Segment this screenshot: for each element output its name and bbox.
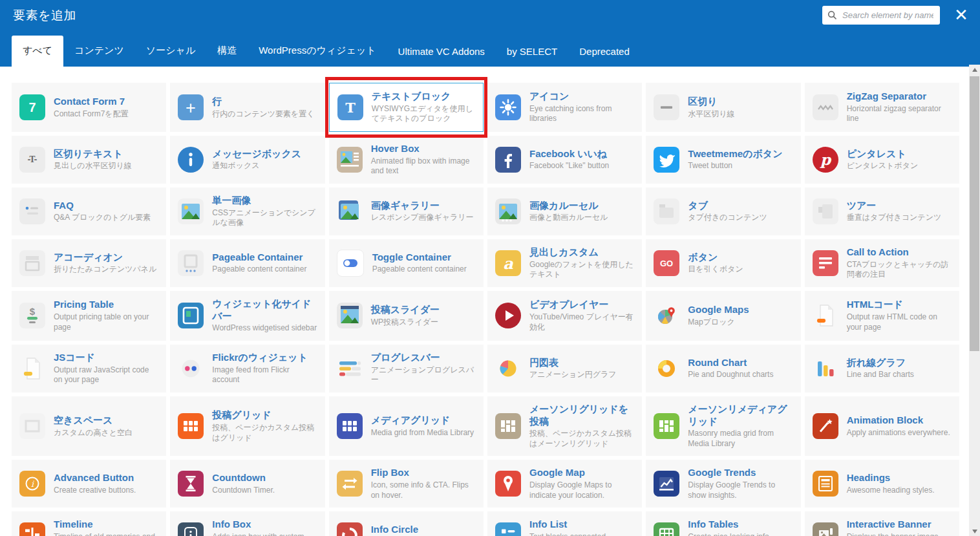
element-card-hover-box[interactable]: Hover BoxAnimated flip box with image an… bbox=[329, 136, 484, 184]
element-card-video-player[interactable]: ビデオプレイヤーYouTube/Vimeo プレイヤー有効化 bbox=[487, 291, 642, 341]
element-card-icon-sun[interactable]: アイコンEye catching icons from libraries bbox=[487, 83, 642, 132]
post-masonry-grid-icon bbox=[495, 413, 521, 439]
masonry-media-grid-icon bbox=[654, 413, 679, 439]
scrollbar[interactable] bbox=[969, 65, 980, 536]
element-title: Info Box bbox=[212, 519, 317, 531]
tab-wordpress-widgets[interactable]: WordPressのウィジェット bbox=[248, 36, 387, 67]
hover-box-icon bbox=[337, 147, 363, 173]
element-card-headings[interactable]: HeadingsAwesome heading styles. bbox=[805, 460, 959, 508]
element-card-pie-chart[interactable]: 円図表アニメーション円グラフ bbox=[487, 345, 642, 392]
element-card-faq[interactable]: FAQQ&A ブロックのトグル要素 bbox=[12, 188, 166, 235]
element-title: ボタン bbox=[688, 252, 743, 264]
tab-all[interactable]: すべて bbox=[12, 36, 63, 67]
element-card-toggle-container[interactable]: Toggle ContainerPageable content contain… bbox=[329, 239, 484, 287]
close-icon[interactable]: ✕ bbox=[950, 4, 972, 26]
element-title: Countdown bbox=[212, 472, 275, 484]
element-description: 投稿、ページかカスタム投稿はメーソンリグリッド bbox=[529, 429, 634, 449]
tab-structure[interactable]: 構造 bbox=[206, 36, 248, 67]
element-card-message-box[interactable]: メッセージボックス通知ボックス bbox=[170, 136, 325, 184]
twitter-icon bbox=[654, 147, 679, 173]
element-description: Mapブロック bbox=[688, 317, 749, 328]
element-card-interactive-banner[interactable]: Interactive BannerDisplays the banner im… bbox=[805, 511, 959, 536]
element-card-media-grid[interactable]: メディアグリッドMedia grid from Media Library bbox=[329, 396, 484, 456]
element-description: Awesome heading styles. bbox=[847, 486, 935, 496]
element-card-info-box[interactable]: Info BoxAdds icon box with custom font i… bbox=[170, 511, 325, 536]
element-card-post-masonry-grid[interactable]: メーソンリグリッドを投稿投稿、ページかカスタム投稿はメーソンリグリッド bbox=[487, 396, 642, 456]
element-card-round-chart[interactable]: Round ChartPie and Doughnut charts bbox=[646, 345, 800, 392]
element-card-widgetised-sidebar[interactable]: ウィジェット化サイドバーWordPress widgetised sidebar bbox=[170, 291, 325, 341]
element-card-custom-heading[interactable]: a見出しカスタムGoogleのフォントを使用したテキスト bbox=[487, 239, 642, 287]
element-description: Icon, some info & CTA. Flips on hover. bbox=[371, 480, 476, 500]
element-card-go-button[interactable]: GOボタン目を引くボタン bbox=[646, 239, 800, 287]
element-card-text-separator[interactable]: -T-区切りテキスト見出しの水平区切り線 bbox=[12, 136, 166, 184]
element-card-html-code[interactable]: HTMLコードOutput raw HTML code on your page bbox=[805, 291, 959, 341]
element-card-post-slider[interactable]: 投稿スライダーWP投稿スライダー bbox=[329, 291, 484, 341]
tab-deprecated[interactable]: Deprecated bbox=[568, 37, 641, 67]
element-card-info-list[interactable]: Info ListText blocks connected together … bbox=[487, 511, 642, 536]
element-card-info-tables[interactable]: Info TablesCreate nice looking info tabl… bbox=[646, 511, 800, 536]
element-title: Info List bbox=[529, 519, 634, 531]
element-card-tour[interactable]: ツアー垂直はタブ付きコンテンツ bbox=[805, 188, 959, 235]
custom-heading-icon: a bbox=[495, 250, 521, 276]
element-title: Hover Box bbox=[371, 143, 476, 155]
tab-by-select[interactable]: by SELECT bbox=[496, 37, 568, 67]
call-to-action-icon bbox=[813, 250, 838, 276]
element-card-google-trends[interactable]: Google TrendsDisplay Google Trends to sh… bbox=[646, 460, 800, 508]
element-description: Pie and Doughnut charts bbox=[688, 370, 773, 380]
element-description: 水平区切り線 bbox=[688, 109, 734, 120]
element-card-countdown[interactable]: CountdownCountdown Timer. bbox=[170, 460, 325, 508]
element-card-call-to-action[interactable]: Call to ActionCTAブロックとキャッチの訪問者の注目 bbox=[805, 239, 959, 287]
element-description: Display Google Trends to show insights. bbox=[688, 480, 793, 500]
element-card-image-carousel[interactable]: 画像カルーセル画像と動画カルーセル bbox=[487, 188, 642, 235]
scroll-up-arrow-icon[interactable] bbox=[969, 65, 980, 74]
element-card-masonry-media-grid[interactable]: メーソンリメディアグリッドMasonry media grid from Med… bbox=[646, 396, 800, 456]
element-card-twitter[interactable]: TweetmemeのボタンTweet button bbox=[646, 136, 800, 184]
element-card-facebook[interactable]: Facebook いいねFacebook "Like" button bbox=[487, 136, 642, 184]
element-card-accordion[interactable]: アコーディオン折りたたみコンテンツパネル bbox=[12, 239, 166, 287]
element-card-empty-space[interactable]: 空きスペースカスタムの高さと空白 bbox=[12, 396, 166, 456]
element-description: Tweet button bbox=[688, 161, 782, 171]
element-description: Media grid from Media Library bbox=[371, 428, 474, 438]
element-title: 画像カルーセル bbox=[529, 200, 608, 212]
interactive-banner-icon bbox=[813, 522, 838, 536]
search-input[interactable] bbox=[841, 10, 935, 21]
svg-text:+: + bbox=[186, 98, 196, 118]
element-card-animation-block[interactable]: Animation BlockApply animations everywhe… bbox=[805, 396, 959, 456]
element-card-row[interactable]: +行行内のコンテンツ要素を置く bbox=[170, 83, 325, 132]
element-card-zigzag[interactable]: ZigZag SeparatorHorizontal zigzag separa… bbox=[805, 83, 959, 132]
search-box[interactable] bbox=[822, 6, 940, 25]
tab-social[interactable]: ソーシャル bbox=[135, 36, 206, 67]
element-card-advanced-button[interactable]: iAdvanced ButtonCreate creative buttons. bbox=[12, 460, 166, 508]
scroll-down-arrow-icon[interactable] bbox=[969, 526, 980, 536]
element-title: 単一画像 bbox=[212, 195, 317, 207]
element-card-pageable-container[interactable]: Pageable ContainerPageable content conta… bbox=[170, 239, 325, 287]
element-card-text-block[interactable]: TテキストブロックWYSIWYGエディタを使用してテキストのブロック bbox=[329, 83, 484, 132]
tab-ultimate-vc-addons[interactable]: Ultimate VC Addons bbox=[387, 37, 496, 67]
element-card-image-gallery[interactable]: 画像ギャラリーレスポンシブ画像ギャラリー bbox=[329, 188, 484, 235]
row-icon: + bbox=[178, 94, 204, 120]
element-card-contact-form-7[interactable]: 7Contact Form 7Contact Form7を配置 bbox=[12, 83, 166, 132]
element-card-google-maps[interactable]: Google MapsMapブロック bbox=[646, 291, 800, 341]
element-card-tabs[interactable]: タブタブ付きのコンテンツ bbox=[646, 188, 800, 235]
element-card-line-bar-chart[interactable]: 折れ線グラフLine and Bar charts bbox=[805, 345, 959, 392]
element-card-pinterest[interactable]: pピンタレストピンタレストボタン bbox=[805, 136, 959, 184]
element-title: メーソンリメディアグリッド bbox=[688, 403, 793, 428]
element-title: 区切り bbox=[688, 96, 734, 108]
element-card-flip-box[interactable]: Flip BoxIcon, some info & CTA. Flips on … bbox=[329, 460, 484, 508]
element-description: アニメーションプログレスバー bbox=[371, 365, 476, 385]
element-card-info-circle[interactable]: Info CircleInformation Circle bbox=[329, 511, 484, 536]
tab-content[interactable]: コンテンツ bbox=[63, 36, 135, 67]
element-description: WYSIWYGエディタを使用してテキストのブロック bbox=[372, 104, 475, 124]
scrollbar-thumb[interactable] bbox=[970, 76, 979, 351]
element-card-separator[interactable]: 区切り水平区切り線 bbox=[646, 83, 800, 132]
element-card-timeline[interactable]: TimelineTimeline of old memories and eve… bbox=[12, 511, 166, 536]
element-card-flickr[interactable]: FlickrのウィジェットImage feed from Flickr acco… bbox=[170, 345, 325, 392]
element-card-post-grid[interactable]: 投稿グリッド投稿、ページかカスタム投稿はグリッド bbox=[170, 396, 325, 456]
separator-icon bbox=[654, 94, 679, 120]
element-card-progress-bar[interactable]: プログレスバーアニメーションプログレスバー bbox=[329, 345, 484, 392]
svg-text:$: $ bbox=[30, 306, 36, 317]
element-card-js-code[interactable]: JSコードOutput raw JavaScript code on your … bbox=[12, 345, 166, 392]
element-card-google-map-pin[interactable]: Google MapDisplay Google Maps to indicat… bbox=[487, 460, 642, 508]
element-card-single-image[interactable]: 単一画像CSSアニメーションでシンプルな画像 bbox=[170, 188, 325, 235]
element-card-pricing-table[interactable]: $Pricing TableOutput pricing table on yo… bbox=[12, 291, 166, 341]
